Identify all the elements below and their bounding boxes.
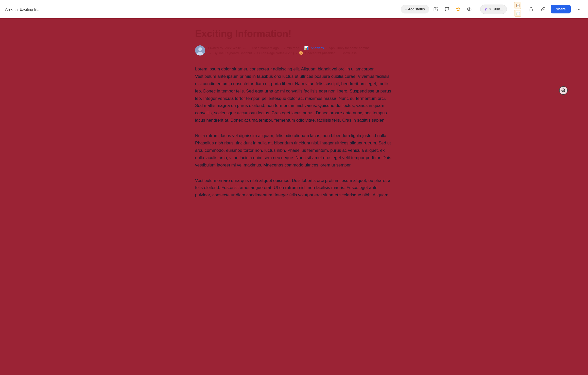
owner-ellipsis: ··· [243,46,246,50]
paragraph-3: Vestibulum ornare urna quis nibh aliquet… [195,177,393,199]
avatar-svg [195,45,205,55]
topbar: Alex... / Exciting In... + Add status [0,0,588,18]
meta-row-1: Owned by Alex White ··· · Just a moment … [208,46,369,50]
svg-marker-0 [456,7,460,11]
timestamp: Just a moment ago [251,46,279,50]
spacedraft-link[interactable]: Spacedraft (disabled) [305,51,337,55]
star-button[interactable] [454,5,463,14]
meta-info: Owned by Alex White ··· · Just a moment … [208,46,369,55]
access-label: Appl 10nly for some admins [329,46,369,50]
svg-line-7 [564,91,565,92]
divider-1 [477,6,477,13]
sep-4: · [326,46,327,50]
breadcrumb-separator: / [17,7,18,11]
show-less-link[interactable]: Show less [341,51,356,55]
content-area: Lorem ipsum dolor sit amet, consectetur … [195,66,393,199]
add-status-button[interactable]: + Add status [401,5,429,13]
svg-point-4 [198,47,202,51]
comment-icon [445,7,449,11]
sep-7: · [339,51,340,55]
topbar-actions: + Add status ✳ ✳ Sum.. [401,5,511,14]
edit-button[interactable] [431,5,440,14]
paragraph-1: Lorem ipsum dolor sit amet, consectetur … [195,66,393,124]
form-icon-button[interactable]: 📊 [514,10,521,17]
lock-button[interactable] [526,5,535,14]
summarize-label: ✳ Sum... [489,7,503,11]
sep-1: · [248,46,249,50]
paragraph-2: Nulla rutrum, lacus vel dignissim aliqua… [195,132,393,169]
summarize-button[interactable]: ✳ ✳ Sum... [480,5,507,14]
stacked-icon-group: 📋 📊 [514,2,521,17]
watch-button[interactable] [465,5,474,14]
breadcrumb-parent[interactable]: Alex... [5,7,16,11]
star-icon [456,7,460,11]
sep-5: · [254,51,255,55]
zoom-icon [561,88,566,93]
analytics-link[interactable]: Analytics [310,46,324,50]
link-button[interactable] [539,5,548,14]
byline-link[interactable]: ByLine Keyboard Shortcut [214,51,252,55]
analytics-icon: 📊 [304,46,308,50]
zoom-icon-button[interactable] [559,86,568,95]
main-content: Exciting Information! Owned by Alex Whit… [180,18,408,217]
meta-row-2: → ByLine Keyboard Shortcut · CC on Page … [208,51,369,55]
svg-point-1 [469,9,470,10]
cc-notes-label: CC on Page Notes (0/11) [257,51,294,55]
meta-section: Owned by Alex White ··· · Just a moment … [195,45,393,55]
arrow-1: → [208,51,212,55]
divider-2 [510,6,510,13]
spacedraft-icon: 🎨 [299,51,303,55]
page-title: Exciting Information! [195,28,393,39]
pencil-icon [434,7,438,11]
breadcrumb: Alex... / Exciting In... [5,7,41,11]
comment-button[interactable] [442,5,452,14]
eye-icon [467,7,472,11]
sep-2: · [281,46,282,50]
breadcrumb-current[interactable]: Exciting In... [20,7,41,11]
avatar-image [195,45,205,55]
link-icon [541,7,545,11]
owned-by-label: Owned by [208,46,223,50]
sep-6: · [296,51,297,55]
template-icon-button[interactable]: 📋 [514,2,521,9]
sparkle-icon: ✳ [484,7,487,12]
more-options-button[interactable]: ··· [574,5,583,14]
share-button[interactable]: Share [551,5,571,13]
avatar[interactable] [195,45,205,55]
owner-link[interactable]: Alex White [225,46,241,50]
lock-icon [529,7,533,11]
read-time: 2 min read [284,46,299,50]
svg-rect-2 [529,9,533,11]
sep-3: · [301,46,302,50]
